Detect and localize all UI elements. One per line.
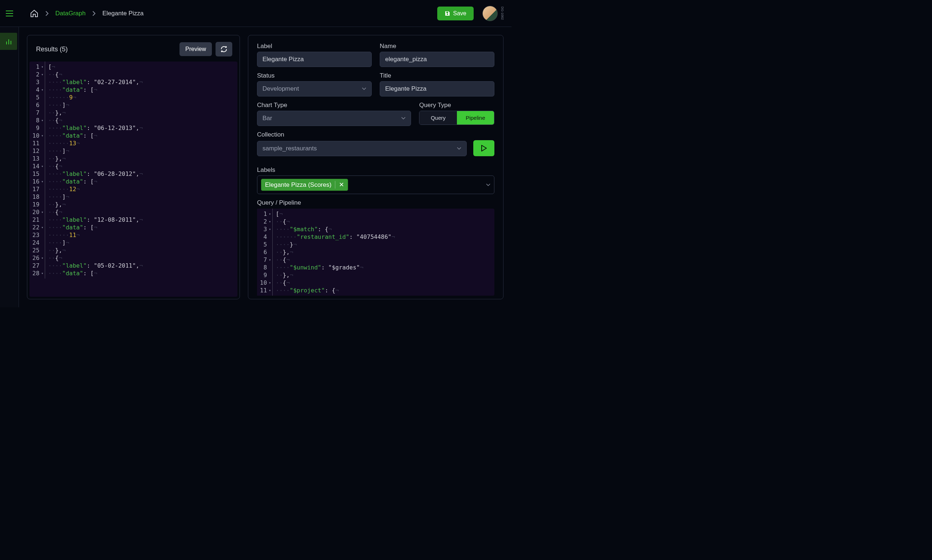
chart-type-label: Chart Type bbox=[257, 102, 411, 109]
preview-button[interactable]: Preview bbox=[180, 42, 212, 56]
svg-marker-6 bbox=[481, 145, 486, 151]
query-type-segmented: Query Pipeline bbox=[419, 111, 494, 125]
chevron-right-icon bbox=[45, 11, 49, 16]
results-panel: Results (5) Preview 1▾2▾34▾5678▾910▾1112… bbox=[27, 35, 240, 299]
config-panel: Label Name Status Development Ti bbox=[248, 35, 503, 299]
name-input[interactable] bbox=[380, 52, 494, 67]
label-label: Label bbox=[257, 43, 372, 50]
title-input[interactable] bbox=[380, 81, 494, 97]
query-type-pipeline[interactable]: Pipeline bbox=[457, 111, 494, 125]
chart-type-select[interactable]: Bar bbox=[257, 111, 411, 126]
query-type-query[interactable]: Query bbox=[420, 111, 457, 125]
label-input[interactable] bbox=[257, 52, 372, 67]
status-select[interactable]: Development bbox=[257, 81, 372, 97]
top-bar: DataGraph Elegante Pizza Save DG-1002 bbox=[0, 0, 512, 27]
refresh-button[interactable] bbox=[215, 42, 232, 57]
run-button[interactable] bbox=[473, 140, 494, 156]
query-type-label: Query Type bbox=[419, 102, 494, 109]
collection-select[interactable]: sample_restaurants bbox=[257, 141, 467, 156]
labels-select[interactable]: Elegante Pizza (Scores) ✕ bbox=[257, 175, 494, 194]
vertical-id: DG-1002 bbox=[501, 6, 504, 20]
avatar[interactable] bbox=[482, 6, 498, 21]
home-icon[interactable] bbox=[30, 9, 38, 18]
name-label: Name bbox=[380, 43, 494, 50]
results-editor[interactable]: 1▾2▾34▾5678▾910▾11121314▾1516▾17181920▾2… bbox=[29, 62, 237, 297]
side-rail bbox=[0, 27, 19, 307]
collection-label: Collection bbox=[257, 131, 494, 138]
rail-chart-icon[interactable] bbox=[0, 33, 17, 50]
label-tag: Elegante Pizza (Scores) ✕ bbox=[261, 179, 348, 191]
breadcrumb-current: Elegante Pizza bbox=[102, 10, 143, 17]
hamburger-menu-icon[interactable] bbox=[0, 0, 19, 27]
pipeline-editor[interactable]: 1▾2▾3▾4567▾8910▾11▾[··{····"$match": {··… bbox=[257, 209, 494, 295]
tag-remove-icon[interactable]: ✕ bbox=[335, 181, 344, 189]
chevron-right-icon bbox=[92, 11, 96, 16]
save-button[interactable]: Save bbox=[437, 6, 474, 20]
query-pipeline-label: Query / Pipeline bbox=[257, 199, 494, 206]
status-label: Status bbox=[257, 72, 372, 79]
title-label: Title bbox=[380, 72, 494, 79]
labels-label: Labels bbox=[257, 166, 494, 174]
breadcrumb-link[interactable]: DataGraph bbox=[55, 10, 86, 17]
results-title: Results (5) bbox=[36, 46, 176, 53]
